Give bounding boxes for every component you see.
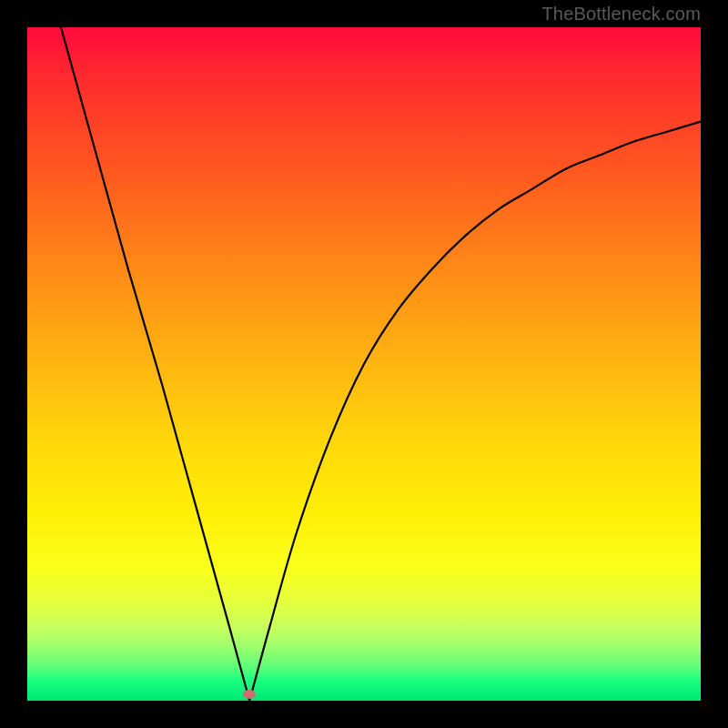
bottleneck-curve <box>61 27 701 701</box>
chart-container: TheBottleneck.com <box>0 0 728 728</box>
chart-curve-svg <box>27 27 701 701</box>
chart-plot-area <box>27 27 701 701</box>
attribution-label: TheBottleneck.com <box>541 4 701 25</box>
